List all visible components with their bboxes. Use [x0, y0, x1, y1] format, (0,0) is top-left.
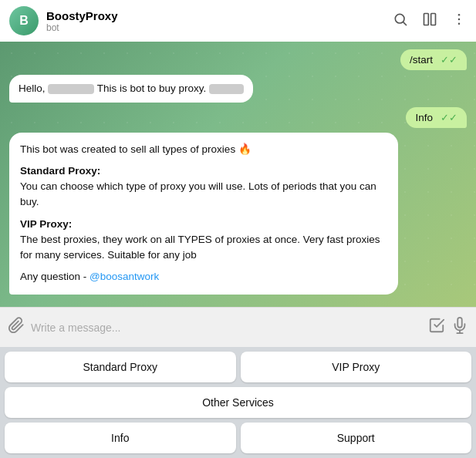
bot-intro: This bot was created to sell all types o…	[20, 142, 387, 157]
info-bubble: Info ✓✓	[406, 107, 467, 128]
chat-area: /start ✓✓ Hello, This is bot to buy prox…	[0, 42, 476, 307]
redacted-name	[48, 84, 94, 94]
standard-title: Standard Proxy:	[20, 165, 100, 177]
hello-bubble: Hello, This is bot to buy proxy.	[9, 75, 253, 103]
hello-message: Hello, This is bot to buy proxy.	[9, 75, 253, 103]
bot-info-bubble: This bot was created to sell all types o…	[9, 133, 398, 295]
question-link[interactable]: @boosantwork	[89, 271, 159, 282]
more-menu-icon[interactable]	[451, 12, 467, 31]
info-check: ✓✓	[441, 112, 457, 123]
vip-desc: The best proxies, they work on all TYPES…	[20, 234, 380, 261]
send-icon[interactable]	[428, 317, 445, 338]
hello-prefix: Hello,	[19, 83, 46, 94]
svg-rect-3	[431, 13, 436, 25]
info-btn[interactable]: Info	[5, 423, 236, 453]
standard-proxy-section: Standard Proxy: You can choose which typ…	[20, 163, 387, 210]
keyboard: Standard Proxy VIP Proxy Other Services …	[0, 347, 476, 458]
mic-icon[interactable]	[451, 317, 468, 338]
header-left: B BoostyProxy bot	[9, 6, 118, 35]
info-text: Info	[415, 112, 433, 123]
header-info: BoostyProxy bot	[46, 9, 118, 33]
input-bar	[0, 307, 476, 347]
question-prefix: Any question -	[20, 271, 89, 282]
vip-title: VIP Proxy:	[20, 218, 72, 230]
avatar: B	[9, 6, 39, 35]
columns-icon[interactable]	[422, 12, 437, 31]
start-message: /start ✓✓	[400, 49, 467, 70]
other-services-btn[interactable]: Other Services	[5, 387, 471, 418]
question-section: Any question - @boosantwork	[20, 269, 387, 285]
header-icons	[393, 12, 467, 31]
start-bubble: /start ✓✓	[400, 49, 467, 70]
header: B BoostyProxy bot	[0, 0, 476, 42]
start-check: ✓✓	[441, 54, 457, 66]
svg-point-5	[458, 18, 461, 20]
redacted-extra	[209, 84, 244, 94]
message-input[interactable]	[31, 322, 422, 334]
standard-desc: You can choose which type of proxy you w…	[20, 180, 376, 207]
bot-status: bot	[46, 22, 118, 33]
bot-info-message: This bot was created to sell all types o…	[9, 133, 398, 295]
svg-point-0	[395, 14, 404, 23]
svg-rect-2	[424, 13, 429, 25]
info-message: Info ✓✓	[406, 107, 467, 128]
svg-point-4	[458, 13, 461, 15]
bot-name: BoostyProxy	[46, 9, 118, 22]
svg-point-6	[458, 22, 461, 25]
vip-proxy-section: VIP Proxy: The best proxies, they work o…	[20, 217, 387, 264]
standard-proxy-btn[interactable]: Standard Proxy	[5, 352, 236, 382]
hello-suffix: This is bot to buy proxy.	[97, 83, 207, 94]
support-btn[interactable]: Support	[241, 423, 472, 453]
attach-icon[interactable]	[8, 317, 25, 338]
vip-proxy-btn[interactable]: VIP Proxy	[241, 352, 472, 382]
start-text: /start	[410, 54, 433, 66]
svg-line-1	[403, 22, 407, 25]
search-icon[interactable]	[393, 12, 408, 31]
